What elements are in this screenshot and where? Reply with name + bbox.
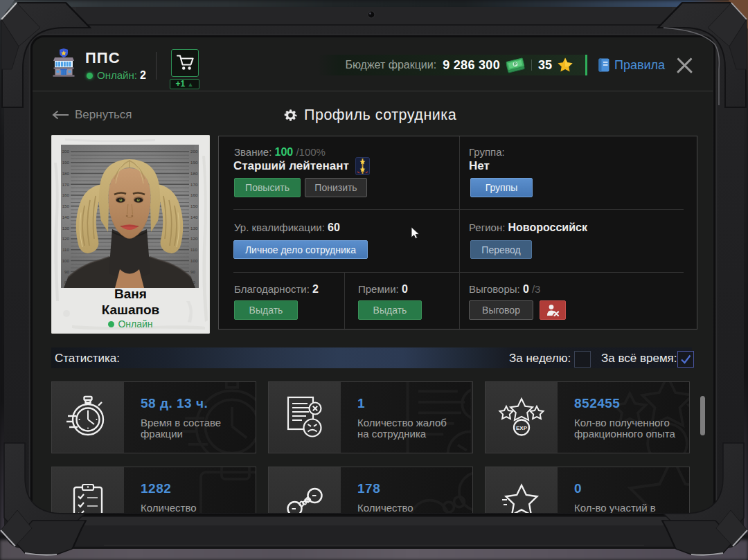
svg-text:100: 100 — [190, 258, 198, 263]
svg-text:130: 130 — [190, 226, 198, 231]
svg-text:160: 160 — [62, 192, 70, 197]
svg-text:140: 140 — [190, 215, 198, 219]
svg-text:190: 190 — [190, 160, 198, 165]
svg-text:160: 160 — [190, 192, 198, 197]
svg-text:150: 150 — [62, 204, 70, 208]
svg-text:200: 200 — [62, 149, 70, 154]
svg-text:180: 180 — [62, 171, 70, 176]
svg-text:100: 100 — [62, 258, 70, 263]
svg-text:170: 170 — [190, 182, 198, 187]
svg-text:140: 140 — [62, 215, 70, 219]
svg-text:190: 190 — [62, 160, 70, 165]
svg-text:90: 90 — [64, 269, 69, 274]
svg-text:110: 110 — [190, 247, 197, 252]
svg-text:120: 120 — [62, 236, 70, 241]
svg-text:200: 200 — [190, 149, 198, 154]
svg-text:90: 90 — [190, 269, 195, 274]
svg-text:180: 180 — [190, 171, 198, 176]
svg-text:150: 150 — [190, 204, 198, 208]
svg-text:130: 130 — [62, 226, 70, 231]
svg-text:110: 110 — [62, 247, 69, 252]
svg-text:120: 120 — [190, 236, 198, 241]
svg-text:EXP: EXP — [516, 425, 528, 431]
svg-text:170: 170 — [62, 182, 70, 187]
